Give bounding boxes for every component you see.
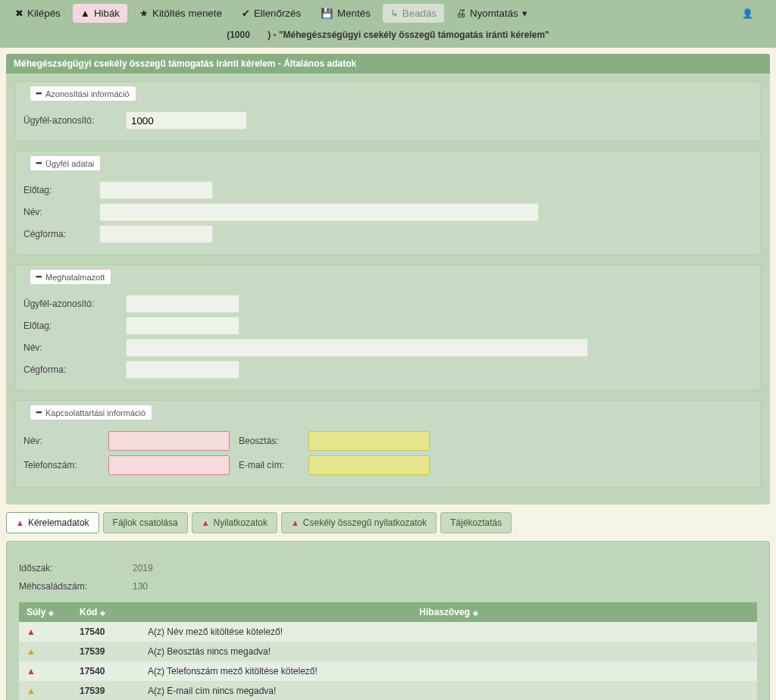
group-kapcsolattartas: ━ Kapcsolattartási információ Név: Beosz… bbox=[15, 400, 761, 488]
col-kod-label: Kód bbox=[80, 607, 97, 617]
tab-csekely[interactable]: ▲ Csekély összegű nyilatkozatok bbox=[281, 512, 436, 533]
severity-icon: ▲ bbox=[27, 627, 36, 637]
error-code: 17540 bbox=[80, 666, 105, 677]
col-hibaszoveg-label: Hibaszöveg bbox=[419, 607, 470, 617]
group-ugyfel-label: Ügyfél adatai bbox=[45, 159, 94, 168]
tab-nyilatkozatok[interactable]: ▲ Nyilatkozatok bbox=[192, 512, 277, 533]
meghat-cegforma-field bbox=[126, 361, 239, 379]
kapcs-telefon-label: Telefonszám: bbox=[23, 460, 99, 470]
subtitle-bar: (1000 ) - "Méhegészségügyi csekély össze… bbox=[0, 27, 776, 48]
tab-tajekoztatas-label: Tájékoztatás bbox=[450, 517, 502, 528]
star-icon: ★ bbox=[139, 8, 149, 19]
col-suly[interactable]: Súly◆ bbox=[19, 602, 72, 622]
table-row[interactable]: ▲17540A(z) Telefonszám mező kitöltése kö… bbox=[19, 661, 757, 681]
group-meghatalmazott: ━ Meghatalmazott Ügyfél-azonosító: Előta… bbox=[15, 264, 761, 391]
kapcs-email-label: E-mail cím: bbox=[239, 460, 299, 470]
submit-button: ↳ Beadás bbox=[383, 4, 444, 23]
sort-icon: ◆ bbox=[100, 609, 105, 617]
main-panel: Méhegészségügyi csekély összegű támogatá… bbox=[6, 54, 770, 505]
ugyfel-azonosito-label: Ügyfél-azonosító: bbox=[23, 115, 118, 126]
check-label: Ellenőrzés bbox=[254, 8, 301, 19]
exit-button[interactable]: ✖ Kilépés bbox=[8, 4, 68, 23]
tab-kerelemadatok[interactable]: ▲ Kérelemadatok bbox=[6, 512, 99, 533]
errors-button[interactable]: ▲ Hibák bbox=[73, 4, 127, 23]
errors-label: Hibák bbox=[94, 8, 120, 19]
cegforma-field bbox=[99, 225, 213, 243]
meghat-cegforma-label: Cégforma: bbox=[23, 364, 118, 375]
warning-icon: ▲ bbox=[16, 518, 24, 527]
error-code: 17539 bbox=[80, 686, 105, 696]
group-ugyfel-legend[interactable]: ━ Ügyfél adatai bbox=[30, 155, 101, 171]
panel-title: Méhegészségügyi csekély összegű támogatá… bbox=[6, 54, 770, 73]
save-button[interactable]: 💾 Mentés bbox=[313, 4, 378, 23]
meghat-elotag-label: Előtag: bbox=[23, 320, 118, 331]
check-button[interactable]: ✔ Ellenőrzés bbox=[234, 4, 308, 23]
warning-icon: ▲ bbox=[80, 8, 90, 19]
collapse-icon: ━ bbox=[36, 408, 42, 417]
severity-icon: ▲ bbox=[27, 666, 36, 677]
table-row[interactable]: ▲17540A(z) Név mező kitöltése kötelező! bbox=[19, 622, 757, 642]
group-meghatalmazott-legend[interactable]: ━ Meghatalmazott bbox=[30, 269, 111, 285]
severity-icon: ▲ bbox=[27, 686, 36, 696]
meghat-nev-label: Név: bbox=[23, 342, 118, 353]
group-azonositas: ━ Azonosítási információ Ügyfél-azonosít… bbox=[15, 81, 761, 142]
mehcsalad-label: Méhcsaládszám: bbox=[19, 581, 117, 592]
submit-label: Beadás bbox=[402, 8, 436, 19]
subtitle-suffix: ) - "Méhegészségügyi csekély összegű tám… bbox=[268, 30, 549, 40]
collapse-icon: ━ bbox=[36, 89, 42, 98]
error-message: A(z) Telefonszám mező kitöltése kötelező… bbox=[140, 661, 757, 681]
collapse-icon: ━ bbox=[36, 272, 42, 282]
warning-icon: ▲ bbox=[202, 518, 210, 527]
table-row[interactable]: ▲17539A(z) E-mail cím nincs megadva! bbox=[19, 681, 757, 700]
elotag-label: Előtag: bbox=[23, 185, 92, 195]
group-ugyfel: ━ Ügyfél adatai Előtag: Név: Cégforma: bbox=[15, 151, 761, 255]
tab-fajlok[interactable]: Fájlok csatolása bbox=[103, 512, 188, 533]
close-icon: ✖ bbox=[15, 8, 23, 19]
tab-tajekoztatas[interactable]: Tájékoztatás bbox=[440, 512, 512, 533]
ugyfel-azonosito-field bbox=[126, 111, 247, 130]
error-code: 17540 bbox=[80, 627, 105, 637]
col-suly-label: Súly bbox=[27, 607, 45, 617]
col-kod[interactable]: Kód◆ bbox=[72, 602, 140, 622]
chevron-down-icon: ▾ bbox=[522, 8, 527, 19]
group-azonositas-legend[interactable]: ━ Azonosítási információ bbox=[30, 86, 136, 102]
idoszak-label: Időszak: bbox=[19, 563, 117, 573]
check-icon: ✔ bbox=[242, 8, 250, 19]
kapcs-beosztas-field[interactable] bbox=[308, 431, 430, 451]
severity-icon: ▲ bbox=[27, 646, 36, 657]
kapcs-nev-label: Név: bbox=[23, 436, 99, 446]
mehcsalad-value: 130 bbox=[133, 581, 148, 592]
kapcs-telefon-field[interactable] bbox=[108, 455, 230, 475]
cegforma-label: Cégforma: bbox=[23, 229, 92, 239]
error-message: A(z) Név mező kitöltése kötelező! bbox=[140, 622, 757, 642]
print-button[interactable]: 🖨 Nyomtatás ▾ bbox=[449, 4, 535, 23]
table-row[interactable]: ▲17539A(z) Beosztás nincs megadva! bbox=[19, 642, 757, 661]
meghat-nev-field bbox=[126, 339, 588, 357]
col-hibaszoveg[interactable]: Hibaszöveg◆ bbox=[140, 602, 757, 622]
print-icon: 🖨 bbox=[456, 8, 466, 19]
fill-flow-button[interactable]: ★ Kitöltés menete bbox=[132, 4, 230, 23]
exit-label: Kilépés bbox=[27, 8, 61, 19]
group-meghatalmazott-label: Meghatalmazott bbox=[45, 273, 105, 282]
warning-icon: ▲ bbox=[291, 518, 299, 527]
kapcs-beosztas-label: Beosztás: bbox=[239, 436, 299, 446]
nev-label: Név: bbox=[23, 207, 92, 217]
tab-kerelemadatok-label: Kérelemadatok bbox=[28, 517, 89, 528]
kapcs-email-field[interactable] bbox=[308, 455, 430, 475]
error-table: Súly◆ Kód◆ Hibaszöveg◆ ▲17540A(z) Név me… bbox=[19, 602, 757, 700]
details-panel: Időszak: 2019 Méhcsaládszám: 130 Súly◆ K… bbox=[6, 541, 770, 700]
tab-csekely-label: Csekély összegű nyilatkozatok bbox=[303, 517, 427, 528]
fill-flow-label: Kitöltés menete bbox=[152, 8, 222, 19]
subtitle-prefix: (1000 bbox=[227, 30, 250, 40]
group-kapcsolattartas-legend[interactable]: ━ Kapcsolattartási információ bbox=[30, 405, 152, 420]
sort-icon: ◆ bbox=[473, 609, 478, 617]
tab-nyilatkozatok-label: Nyilatkozatok bbox=[214, 517, 268, 528]
idoszak-value: 2019 bbox=[133, 563, 153, 573]
submit-icon: ↳ bbox=[390, 8, 399, 19]
meghat-elotag-field bbox=[126, 317, 239, 335]
user-icon[interactable]: 👤 bbox=[742, 8, 753, 19]
tab-fajlok-label: Fájlok csatolása bbox=[113, 517, 178, 528]
error-code: 17539 bbox=[80, 646, 105, 657]
kapcs-nev-field[interactable] bbox=[108, 431, 230, 451]
sort-icon: ◆ bbox=[48, 609, 54, 617]
